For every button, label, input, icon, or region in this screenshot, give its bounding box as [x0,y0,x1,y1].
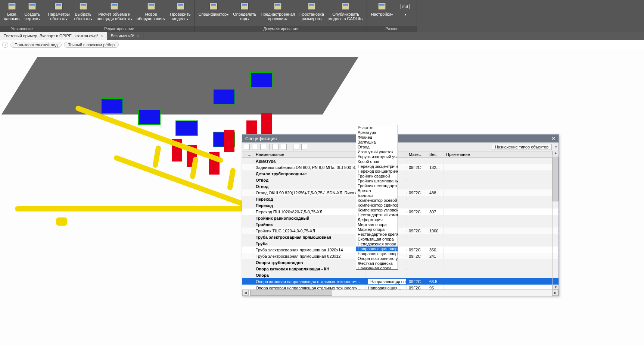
col-note[interactable]: Примечание [444,151,559,157]
spec-data-row[interactable]: Переход ПШ 1020х820-7,5-0,75-ХЛ09Г2С307 [242,208,559,215]
dimensions-button[interactable]: Простановка размеров [297,1,326,26]
scroll-right-icon[interactable]: ▶ [552,290,559,296]
dropdown-option[interactable]: Арматура [356,130,398,135]
spec-hscroll[interactable]: ◀ ▶ [242,289,559,296]
spec-group-row[interactable]: Отвод [242,177,559,183]
spec-titlebar[interactable]: Спецификация ✕ [242,135,559,142]
spec-group-row[interactable]: Труба электросварная прямошовная [242,234,559,240]
chevron-down-icon[interactable]: ▾ [555,145,557,149]
spec-group-row[interactable]: Отвод [242,183,559,189]
tab-close-icon[interactable]: × [137,34,139,38]
spec-group-row[interactable]: Опора катковая направляющая - КН [242,266,559,272]
tab-close-icon[interactable]: × [100,34,103,38]
spec-group-row[interactable]: Тройник равнопроходный [242,215,559,221]
hscroll-thumb[interactable] [250,290,332,296]
dropdown-option[interactable]: Опора постоянного усил [356,256,398,261]
dropdown-option[interactable]: Изогнутый участок [356,150,398,154]
spec-group-row[interactable]: Опоры трубопроводов [242,259,559,266]
spec-group-row[interactable]: Тройник [242,221,559,228]
dropdown-option[interactable]: Направляющая опора2 [356,251,398,256]
addrow-icon[interactable] [293,144,299,150]
cell-name: Тройник ТШС 1020-4,0-0,75-ХЛ [253,228,365,234]
type-combobox[interactable]: Направляющая опор▾ [368,279,407,284]
ms-button[interactable]: mS [395,1,415,26]
scroll-left-icon[interactable]: ◀ [242,290,249,296]
assign-types-button[interactable]: Назначение типов объектов [492,144,552,150]
dropdown-option[interactable]: Балласт [356,193,398,198]
dropdown-option[interactable]: Тройник нестандартный [356,184,398,188]
calc-volume-button[interactable]: Расчет объема и площади объекта [94,1,134,26]
spec-group-row[interactable]: Арматура [242,158,559,164]
check-model-button[interactable]: Проверить модель [168,1,193,26]
spec-group-row[interactable]: Опора [242,272,559,278]
dropdown-option[interactable]: Компенсатор осевой [356,198,398,203]
dropdown-option[interactable]: Жесткая подвеска [356,261,398,266]
scroll-up-icon[interactable]: ▲ [553,151,559,155]
palette-icon[interactable] [260,144,266,150]
style-chip[interactable]: Точный с показом рёбер [64,42,119,48]
spec-vscroll[interactable]: ▲ ▼ [552,151,559,289]
file-tab[interactable]: Тестовый пример_Экспорт в CPIPE_+земля.d… [0,32,107,40]
close-icon[interactable]: ✕ [551,136,556,141]
spec-data-row[interactable]: Труба электросварная прямошовная 820х120… [242,253,559,259]
publish-cadlib-button[interactable]: Опубликовать модель в CADLib [326,1,365,26]
dropdown-option[interactable]: Отвод [356,145,398,150]
dropdown-option[interactable]: Тройник сварной [356,174,398,179]
col-position[interactable]: По... [242,151,253,157]
dropdown-option[interactable]: Компенсатор сдвиговый [356,203,398,208]
vscroll-thumb[interactable] [553,157,559,201]
define-view-button[interactable]: Определить вид [231,1,258,26]
database-button[interactable]: База данных [1,1,22,26]
spec-data-row[interactable]: Труба электросварная прямошовная 1020х14… [242,247,559,253]
create-drawing-button[interactable]: Создать чертеж [22,1,42,26]
dropdown-option[interactable]: Направляющая опора [356,247,398,251]
dropdown-option[interactable]: Нестандартный компенс [356,213,398,217]
spec-grid[interactable]: По... Наименование Материал Вес Примечан… [242,151,559,289]
object-params-button[interactable]: Параметры объекта [46,1,72,26]
dropdown-option[interactable]: Косой стык [356,159,398,164]
spec-group-row[interactable]: Переход [242,196,559,202]
refresh-icon[interactable] [273,144,279,150]
spec-data-row[interactable]: Отвод ОКШ 90 820(12К56)-7,5-0,75-1,5DN-Х… [242,189,559,196]
new-equipment-button[interactable]: Новое оборудование [134,1,168,26]
dropdown-option[interactable]: Тройник штампованый [356,179,398,184]
col-name[interactable]: Наименование [253,151,365,157]
dropdown-option[interactable]: Переход эксцентрически [356,164,398,169]
dropdown-option[interactable]: Заглушка [356,140,398,145]
dropdown-option[interactable]: Неподвижная опора [356,242,398,247]
grid-icon[interactable] [252,144,258,150]
export-icon[interactable] [281,144,287,150]
dropdown-option[interactable]: Компенсатор угловой [356,208,398,213]
delrow-icon[interactable] [301,144,307,150]
type-dropdown[interactable]: УчастокАрматураФланецЗаглушкаОтводИзогну… [356,125,398,270]
col-weight[interactable]: Вес [427,151,444,157]
col-material[interactable]: Материал [407,151,427,157]
dropdown-option[interactable]: Нестандартное креплени [356,232,398,237]
settings-button[interactable]: Настройки [368,1,395,26]
scroll-down-icon[interactable]: ▼ [553,285,559,289]
spec-group-row[interactable]: Переход [242,202,559,208]
dropdown-option[interactable]: Переход концентрически [356,169,398,174]
spec-group-row[interactable]: Труба [242,240,559,247]
spec-data-row[interactable]: Тройник ТШС 1020-4,0-0,75-ХЛ09Г2С1900 [242,228,559,234]
sort-icon[interactable] [244,144,250,150]
dropdown-option[interactable]: Пружинная опора [356,266,398,270]
dropdown-option[interactable]: Деформация [356,217,398,222]
view-chip[interactable]: Пользовательский вид [10,42,62,48]
dropdown-option[interactable]: Участок [356,125,398,130]
dropdown-option[interactable]: Скользящая опора [356,237,398,242]
file-tab[interactable]: Без имени0*× [107,32,143,40]
specifier-button[interactable]: Спецификатор [196,1,231,26]
dropdown-option[interactable]: Фланец [356,135,398,140]
dropdown-option[interactable]: Мертвая опора [356,222,398,227]
add-view-button[interactable]: + [2,42,8,48]
cell-material [407,179,427,181]
dropdown-option[interactable]: Врезка [356,188,398,193]
spec-group-row[interactable]: Детали трубопроводные [242,170,559,177]
dropdown-option[interactable]: Упруго-изогнутый участо [356,154,398,159]
select-objects-button[interactable]: Выбрать объекты [72,1,94,26]
cell-pos [242,186,253,187]
spec-data-row[interactable]: Задвижка шиберная DN 800, PN 8,0 МПа. ЗШ… [242,164,559,170]
dropdown-option[interactable]: Маркер опора [356,227,398,232]
preset-projection-button[interactable]: Преднастроенная проекция [258,1,297,26]
